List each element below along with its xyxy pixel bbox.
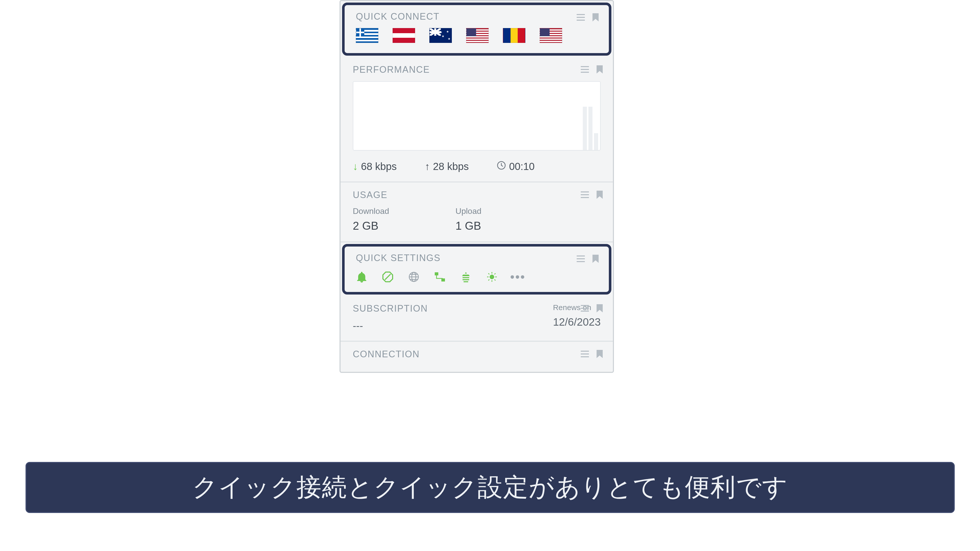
flag-usa[interactable] bbox=[466, 28, 488, 43]
bookmark-icon[interactable] bbox=[597, 350, 603, 358]
usage-section: USAGE Download 2 GB Upload 1 GB bbox=[340, 183, 613, 243]
connection-duration: 00:10 bbox=[497, 161, 535, 172]
usage-columns: Download 2 GB Upload 1 GB bbox=[353, 206, 601, 232]
subscription-section: SUBSCRIPTION --- Renews on 12/6/2023 bbox=[340, 296, 613, 342]
network-nodes-icon[interactable] bbox=[434, 271, 446, 283]
usage-download-value: 2 GB bbox=[353, 219, 389, 232]
usage-title: USAGE bbox=[353, 190, 601, 200]
quick-settings-section: QUICK SETTINGS bbox=[342, 244, 611, 295]
lightbulb-icon[interactable] bbox=[486, 271, 498, 283]
arrow-up-icon: ↑ bbox=[425, 161, 430, 172]
menu-lines-icon[interactable] bbox=[577, 14, 585, 21]
menu-lines-icon[interactable] bbox=[581, 351, 589, 357]
performance-header-icons bbox=[581, 65, 603, 73]
quick-settings-icons: ••• bbox=[356, 271, 598, 283]
flag-australia[interactable] bbox=[430, 28, 452, 43]
usage-upload: Upload 1 GB bbox=[455, 206, 481, 232]
bell-icon[interactable] bbox=[356, 271, 368, 283]
quick-connect-flags bbox=[356, 28, 598, 43]
bookmark-icon[interactable] bbox=[592, 13, 599, 21]
block-icon[interactable] bbox=[382, 271, 394, 283]
quick-connect-header-icons bbox=[577, 13, 599, 21]
download-speed: ↓ 68 kbps bbox=[353, 161, 397, 172]
svg-point-7 bbox=[490, 275, 494, 279]
bookmark-icon[interactable] bbox=[592, 255, 599, 263]
download-speed-value: 68 kbps bbox=[361, 161, 397, 172]
performance-section: PERFORMANCE ↓ 68 kbps ↑ 28 kbps bbox=[340, 57, 613, 183]
clock-icon bbox=[497, 161, 506, 172]
subscription-plan: --- bbox=[353, 320, 428, 332]
subscription-header-icons bbox=[581, 304, 603, 312]
connection-title: CONNECTION bbox=[353, 349, 601, 360]
svg-line-2 bbox=[385, 274, 391, 280]
bookmark-icon[interactable] bbox=[597, 304, 603, 312]
quick-settings-header-icons bbox=[577, 255, 599, 263]
quick-settings-title: QUICK SETTINGS bbox=[356, 252, 598, 264]
renews-on-date: 12/6/2023 bbox=[553, 316, 601, 328]
usage-download-label: Download bbox=[353, 206, 389, 216]
usage-download: Download 2 GB bbox=[353, 206, 389, 232]
globe-sync-icon[interactable] bbox=[408, 271, 420, 283]
usage-upload-label: Upload bbox=[455, 206, 481, 216]
upload-speed-value: 28 kbps bbox=[433, 161, 469, 172]
flag-austria[interactable] bbox=[393, 28, 415, 43]
upload-speed: ↑ 28 kbps bbox=[425, 161, 469, 172]
duration-value: 00:10 bbox=[509, 161, 535, 172]
subscription-title: SUBSCRIPTION bbox=[353, 303, 428, 314]
flag-usa-2[interactable] bbox=[540, 28, 562, 43]
performance-title: PERFORMANCE bbox=[353, 64, 601, 75]
connection-section: CONNECTION bbox=[340, 342, 613, 372]
flag-romania[interactable] bbox=[503, 28, 525, 43]
bug-shield-icon[interactable] bbox=[460, 271, 472, 283]
arrow-down-icon: ↓ bbox=[353, 161, 358, 172]
quick-connect-section: QUICK CONNECT bbox=[342, 3, 611, 56]
menu-lines-icon[interactable] bbox=[577, 256, 585, 262]
bookmark-icon[interactable] bbox=[597, 65, 603, 73]
menu-lines-icon[interactable] bbox=[581, 66, 589, 73]
performance-graph bbox=[353, 81, 601, 151]
vpn-app-panel: QUICK CONNECT PERFORMANCE bbox=[339, 0, 614, 373]
usage-upload-value: 1 GB bbox=[455, 219, 481, 232]
connection-header-icons bbox=[581, 350, 603, 358]
menu-lines-icon[interactable] bbox=[581, 191, 589, 198]
usage-header-icons bbox=[581, 191, 603, 199]
more-icon[interactable]: ••• bbox=[512, 271, 524, 283]
flag-greece[interactable] bbox=[356, 28, 378, 43]
caption-bar: クイック接続とクイック設定がありとても便利です bbox=[25, 462, 955, 513]
performance-stats: ↓ 68 kbps ↑ 28 kbps 00:10 bbox=[353, 161, 601, 172]
bookmark-icon[interactable] bbox=[597, 191, 603, 199]
quick-connect-title: QUICK CONNECT bbox=[356, 11, 598, 22]
svg-rect-6 bbox=[441, 278, 445, 281]
svg-rect-5 bbox=[435, 272, 438, 275]
menu-lines-icon[interactable] bbox=[581, 305, 589, 311]
caption-text: クイック接続とクイック設定がありとても便利です bbox=[192, 471, 788, 504]
